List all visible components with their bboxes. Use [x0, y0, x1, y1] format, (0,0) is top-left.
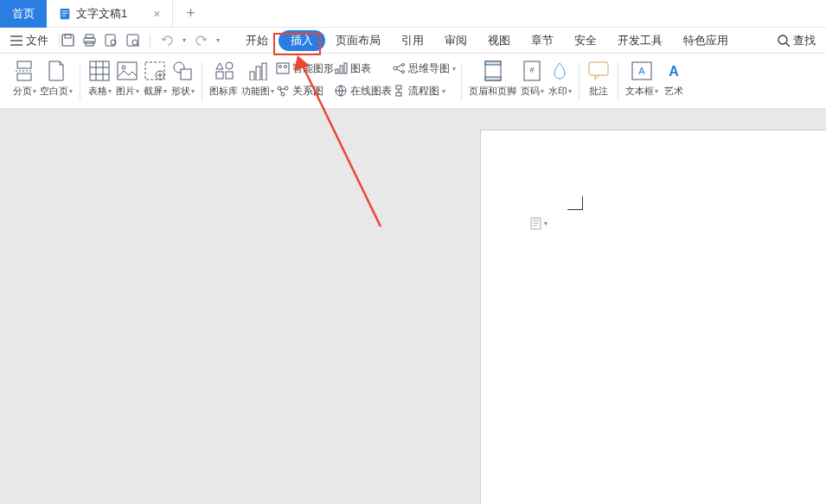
text-box-button[interactable]: A 文本框▾ — [624, 59, 660, 98]
file-menu-button[interactable]: 文件 — [10, 33, 48, 48]
page-break-icon — [15, 61, 34, 81]
tab-layout[interactable]: 页面布局 — [325, 29, 391, 52]
svg-rect-36 — [216, 72, 223, 79]
shapes-icon — [172, 61, 193, 81]
mind-map-button[interactable]: 思维导图▾ — [392, 59, 456, 78]
shapes-button[interactable]: 形状▾ — [169, 59, 196, 98]
svg-rect-40 — [262, 63, 266, 80]
separator — [150, 34, 150, 48]
svg-point-77 — [734, 479, 740, 485]
print-preview-icon[interactable] — [105, 34, 118, 47]
file-menu-label: 文件 — [26, 33, 48, 48]
art-text-button[interactable]: A 艺术 — [660, 59, 688, 98]
page-number-label: 页码 — [521, 85, 540, 98]
page-break-label: 分页 — [13, 85, 32, 98]
function-chart-button[interactable]: 功能图▾ — [240, 59, 276, 98]
table-button[interactable]: 表格▾ — [86, 59, 113, 98]
icon-lib-icon — [214, 61, 234, 81]
header-footer-button[interactable]: 页眉和页脚 — [467, 59, 518, 98]
svg-line-18 — [786, 43, 790, 47]
smart-graphic-label: 智能图形 — [292, 61, 334, 76]
svg-rect-7 — [62, 35, 74, 46]
svg-rect-51 — [344, 63, 347, 73]
hamburger-icon — [10, 35, 22, 46]
quick-access-toolbar: ▾ ▾ — [61, 34, 220, 48]
picture-label: 图片 — [116, 85, 135, 98]
page-break-button[interactable]: 分页▾ — [10, 59, 38, 98]
svg-rect-9 — [86, 35, 93, 38]
svg-rect-37 — [226, 72, 233, 79]
comment-icon — [588, 61, 609, 80]
tab-home[interactable]: 首页 — [0, 0, 47, 28]
tab-bar: 首页 文字文稿1 × + — [0, 0, 826, 28]
new-tab-button[interactable]: + — [173, 4, 208, 22]
picture-icon — [117, 61, 138, 80]
menu-tabs: 开始 插入 页面布局 引用 审阅 视图 章节 安全 开发工具 特色应用 — [235, 29, 739, 52]
ribbon-toolbar: 分页▾ 空白页▾ 表格▾ 图片▾ 截屏▾ 形状▾ 图标库 功能图▾ 智能图形 关… — [0, 54, 826, 109]
svg-rect-41 — [277, 63, 289, 73]
doc-type-icon — [529, 217, 542, 230]
tab-start[interactable]: 开始 — [235, 29, 279, 52]
chart-icon — [334, 62, 348, 74]
svg-rect-63 — [485, 61, 501, 65]
svg-rect-38 — [250, 72, 254, 80]
document-type-marker[interactable]: ▾ — [529, 217, 547, 230]
undo-dropdown-icon[interactable]: ▾ — [182, 36, 186, 44]
tab-chapter[interactable]: 章节 — [521, 29, 564, 52]
svg-rect-59 — [396, 86, 401, 89]
tab-security[interactable]: 安全 — [564, 29, 607, 52]
preview-icon[interactable] — [126, 34, 139, 47]
dropdown-icon[interactable]: ▾ — [216, 36, 220, 44]
watermark-logo-icon — [722, 471, 752, 497]
chart-button[interactable]: 图表 — [334, 59, 392, 78]
relation-icon — [276, 85, 290, 97]
tab-developer[interactable]: 开发工具 — [607, 29, 673, 52]
svg-text:A: A — [638, 66, 645, 76]
chevron-down-icon: ▾ — [544, 220, 547, 227]
tab-review[interactable]: 审阅 — [434, 29, 477, 52]
undo-icon[interactable] — [161, 35, 174, 47]
function-chart-icon — [247, 61, 268, 80]
shapes-label: 形状 — [171, 85, 190, 98]
close-icon[interactable]: × — [153, 7, 160, 21]
separator — [618, 62, 618, 100]
document-canvas[interactable]: ▾ — [480, 130, 826, 504]
ribbon-column-1: 智能图形 关系图 — [276, 59, 334, 100]
screenshot-icon — [144, 61, 165, 80]
table-label: 表格 — [88, 85, 107, 98]
tab-featured[interactable]: 特色应用 — [673, 29, 739, 52]
text-box-icon: A — [631, 61, 652, 80]
svg-point-43 — [285, 66, 287, 68]
search-button[interactable]: 查找 — [778, 33, 816, 48]
svg-rect-60 — [396, 93, 401, 96]
redo-icon[interactable] — [195, 35, 208, 47]
flow-chart-button[interactable]: 流程图▾ — [392, 81, 456, 100]
svg-text:A: A — [669, 64, 679, 79]
tab-insert[interactable]: 插入 — [279, 30, 325, 51]
save-icon[interactable] — [61, 34, 74, 47]
screenshot-button[interactable]: 截屏▾ — [141, 59, 169, 98]
blank-page-button[interactable]: 空白页▾ — [38, 59, 74, 98]
separator — [80, 62, 80, 100]
svg-point-56 — [402, 71, 405, 73]
chart-label: 图表 — [350, 61, 371, 76]
comment-button[interactable]: 批注 — [585, 59, 612, 98]
online-chart-icon — [334, 85, 348, 97]
text-cursor-marker — [567, 196, 583, 210]
svg-rect-1 — [62, 10, 68, 11]
online-chart-button[interactable]: 在线图表 — [334, 81, 392, 100]
smart-graphic-button[interactable]: 智能图形 — [276, 59, 334, 78]
page-number-icon: # — [523, 61, 541, 81]
watermark-icon — [550, 61, 569, 80]
page-number-button[interactable]: # 页码▾ — [518, 59, 546, 98]
print-icon[interactable] — [83, 34, 96, 47]
tab-reference[interactable]: 引用 — [391, 29, 434, 52]
relation-button[interactable]: 关系图 — [276, 81, 334, 100]
svg-rect-34 — [181, 69, 191, 80]
tab-view[interactable]: 视图 — [477, 29, 521, 52]
icon-lib-button[interactable]: 图标库 — [208, 59, 240, 98]
picture-button[interactable]: 图片▾ — [113, 59, 141, 98]
tab-document[interactable]: 文字文稿1 × — [47, 0, 173, 28]
watermark-button[interactable]: 水印▾ — [546, 59, 573, 98]
svg-rect-49 — [336, 69, 338, 73]
